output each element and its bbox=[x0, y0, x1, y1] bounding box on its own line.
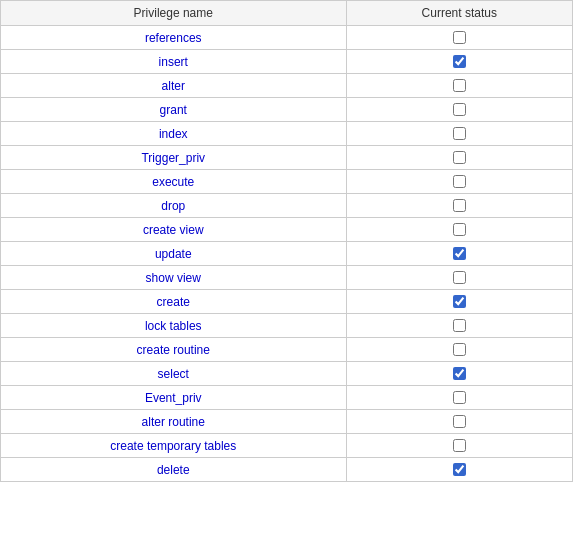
table-row: create routine bbox=[1, 338, 573, 362]
privilege-checkbox[interactable] bbox=[453, 343, 466, 356]
table-row: create bbox=[1, 290, 573, 314]
privilege-checkbox[interactable] bbox=[453, 151, 466, 164]
privilege-status[interactable] bbox=[346, 74, 572, 98]
table-row: create temporary tables bbox=[1, 434, 573, 458]
privilege-checkbox[interactable] bbox=[453, 55, 466, 68]
privilege-status[interactable] bbox=[346, 218, 572, 242]
privilege-name: references bbox=[1, 26, 347, 50]
privilege-checkbox[interactable] bbox=[453, 31, 466, 44]
privilege-name: index bbox=[1, 122, 347, 146]
privilege-checkbox[interactable] bbox=[453, 295, 466, 308]
table-row: show view bbox=[1, 266, 573, 290]
privilege-checkbox[interactable] bbox=[453, 271, 466, 284]
privilege-checkbox[interactable] bbox=[453, 415, 466, 428]
privilege-status[interactable] bbox=[346, 386, 572, 410]
privilege-name: execute bbox=[1, 170, 347, 194]
privilege-status[interactable] bbox=[346, 170, 572, 194]
table-row: grant bbox=[1, 98, 573, 122]
privilege-name: select bbox=[1, 362, 347, 386]
table-row: select bbox=[1, 362, 573, 386]
table-row: index bbox=[1, 122, 573, 146]
table-row: alter routine bbox=[1, 410, 573, 434]
privilege-checkbox[interactable] bbox=[453, 103, 466, 116]
table-row: insert bbox=[1, 50, 573, 74]
privilege-status[interactable] bbox=[346, 314, 572, 338]
privilege-status[interactable] bbox=[346, 98, 572, 122]
privilege-status[interactable] bbox=[346, 458, 572, 482]
privilege-checkbox[interactable] bbox=[453, 223, 466, 236]
privilege-name: alter routine bbox=[1, 410, 347, 434]
privilege-name: create temporary tables bbox=[1, 434, 347, 458]
privilege-status[interactable] bbox=[346, 194, 572, 218]
privilege-checkbox[interactable] bbox=[453, 463, 466, 476]
privilege-status[interactable] bbox=[346, 266, 572, 290]
column-header-status: Current status bbox=[346, 1, 572, 26]
privilege-status[interactable] bbox=[346, 434, 572, 458]
privilege-status[interactable] bbox=[346, 362, 572, 386]
privilege-checkbox[interactable] bbox=[453, 79, 466, 92]
privilege-name: drop bbox=[1, 194, 347, 218]
privilege-name: create routine bbox=[1, 338, 347, 362]
privilege-checkbox[interactable] bbox=[453, 367, 466, 380]
privilege-status[interactable] bbox=[346, 242, 572, 266]
privilege-name: grant bbox=[1, 98, 347, 122]
privilege-name: show view bbox=[1, 266, 347, 290]
table-row: Trigger_priv bbox=[1, 146, 573, 170]
table-row: delete bbox=[1, 458, 573, 482]
privilege-name: create view bbox=[1, 218, 347, 242]
privilege-name: Trigger_priv bbox=[1, 146, 347, 170]
table-row: drop bbox=[1, 194, 573, 218]
privilege-name: update bbox=[1, 242, 347, 266]
privilege-checkbox[interactable] bbox=[453, 391, 466, 404]
privilege-status[interactable] bbox=[346, 338, 572, 362]
privilege-checkbox[interactable] bbox=[453, 127, 466, 140]
privilege-name: lock tables bbox=[1, 314, 347, 338]
privilege-name: delete bbox=[1, 458, 347, 482]
privilege-status[interactable] bbox=[346, 26, 572, 50]
privilege-name: Event_priv bbox=[1, 386, 347, 410]
privilege-status[interactable] bbox=[346, 410, 572, 434]
privilege-checkbox[interactable] bbox=[453, 319, 466, 332]
privilege-checkbox[interactable] bbox=[453, 175, 466, 188]
privilege-checkbox[interactable] bbox=[453, 439, 466, 452]
table-row: Event_priv bbox=[1, 386, 573, 410]
privilege-status[interactable] bbox=[346, 146, 572, 170]
privileges-table: Privilege name Current status references… bbox=[0, 0, 573, 482]
privilege-checkbox[interactable] bbox=[453, 247, 466, 260]
column-header-privilege: Privilege name bbox=[1, 1, 347, 26]
privilege-status[interactable] bbox=[346, 290, 572, 314]
privilege-name: insert bbox=[1, 50, 347, 74]
table-row: references bbox=[1, 26, 573, 50]
table-row: alter bbox=[1, 74, 573, 98]
privilege-name: alter bbox=[1, 74, 347, 98]
table-row: lock tables bbox=[1, 314, 573, 338]
table-row: create view bbox=[1, 218, 573, 242]
privilege-name: create bbox=[1, 290, 347, 314]
privilege-checkbox[interactable] bbox=[453, 199, 466, 212]
privilege-status[interactable] bbox=[346, 122, 572, 146]
privilege-status[interactable] bbox=[346, 50, 572, 74]
table-row: execute bbox=[1, 170, 573, 194]
table-row: update bbox=[1, 242, 573, 266]
